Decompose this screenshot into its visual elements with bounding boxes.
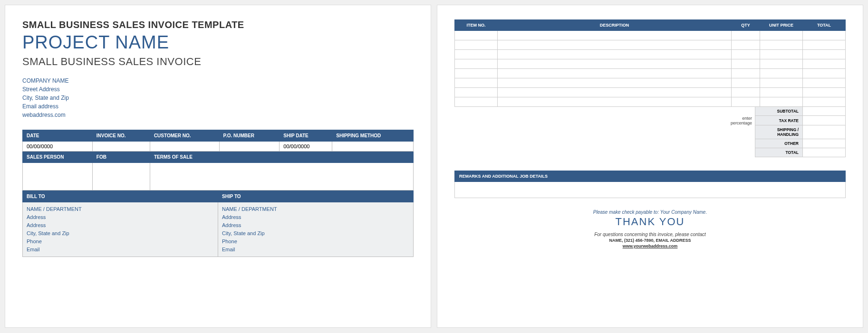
meta-v-customer[interactable] (150, 142, 219, 152)
item-cell[interactable] (732, 31, 760, 40)
footer-questions: For questions concerning this invoice, p… (454, 232, 846, 237)
remarks-body[interactable] (454, 182, 846, 198)
item-cell[interactable] (803, 88, 846, 97)
item-cell[interactable] (498, 78, 732, 88)
item-cell[interactable] (455, 78, 498, 88)
item-cell[interactable] (455, 88, 498, 97)
invoice-subtitle: SMALL BUSINESS SALES INVOICE (22, 56, 414, 68)
item-row (455, 40, 846, 50)
bill-name: NAME / DEPARTMENT (27, 205, 214, 213)
company-street: Street Address (22, 85, 414, 94)
item-cell[interactable] (760, 78, 803, 88)
item-cell[interactable] (732, 50, 760, 59)
item-cell[interactable] (455, 97, 498, 107)
item-cell[interactable] (803, 78, 846, 88)
summary-table: SUBTOTAL enter percentage TAX RATE SHIPP… (713, 106, 846, 157)
items-h-qty: QTY (732, 20, 760, 31)
item-row (455, 97, 846, 107)
item-cell[interactable] (803, 50, 846, 59)
item-cell[interactable] (732, 40, 760, 50)
item-cell[interactable] (498, 40, 732, 50)
sum-shipping-val[interactable] (803, 125, 846, 139)
item-cell[interactable] (455, 31, 498, 40)
bill-city: City, State and Zip (27, 229, 214, 238)
item-cell[interactable] (803, 40, 846, 50)
item-cell[interactable] (803, 69, 846, 78)
item-cell[interactable] (498, 69, 732, 78)
meta-v-terms[interactable] (150, 163, 413, 190)
meta-h-shipmethod: SHIPPING METHOD (332, 130, 414, 142)
meta-v-shipmethod[interactable] (332, 142, 414, 152)
ship-to-header: SHIP TO (218, 191, 414, 202)
item-cell[interactable] (455, 40, 498, 50)
company-city: City, State and Zip (22, 94, 414, 102)
item-cell[interactable] (760, 97, 803, 107)
sum-tax-val[interactable] (803, 116, 846, 125)
item-row (455, 88, 846, 97)
item-cell[interactable] (455, 59, 498, 69)
tax-note: enter percentage (713, 116, 755, 125)
meta-v-date[interactable]: 00/00/0000 (23, 142, 93, 152)
address-table: BILL TO SHIP TO NAME / DEPARTMENT Addres… (22, 190, 414, 257)
meta-h-terms: TERMS OF SALE (150, 152, 413, 163)
item-cell[interactable] (760, 31, 803, 40)
item-cell[interactable] (803, 59, 846, 69)
meta-table: DATE INVOICE NO. CUSTOMER NO. P.O. NUMBE… (22, 130, 414, 190)
sum-other-label: OTHER (755, 139, 803, 148)
meta-v-po[interactable] (219, 142, 280, 152)
sum-subtotal-val[interactable] (803, 107, 846, 116)
item-cell[interactable] (498, 88, 732, 97)
invoice-footer: Please make check payable to: Your Compa… (454, 209, 846, 248)
footer-contact: NAME, (321) 456-7890, EMAIL ADDRESS (454, 238, 846, 243)
sum-total-val[interactable] (803, 148, 846, 157)
company-email: Email address (22, 102, 414, 111)
item-cell[interactable] (455, 50, 498, 59)
item-row (455, 50, 846, 59)
item-row (455, 31, 846, 40)
item-cell[interactable] (732, 97, 760, 107)
sum-other-val[interactable] (803, 139, 846, 148)
item-cell[interactable] (760, 88, 803, 97)
item-cell[interactable] (732, 69, 760, 78)
item-cell[interactable] (803, 97, 846, 107)
item-cell[interactable] (498, 31, 732, 40)
meta-h-fob: FOB (92, 152, 150, 163)
meta-h-customer: CUSTOMER NO. (150, 130, 219, 142)
meta-h-sales: SALES PERSON (23, 152, 93, 163)
remarks-header: REMARKS AND ADDITIONAL JOB DETAILS (454, 171, 846, 182)
ship-addr1: Address (222, 213, 409, 221)
item-cell[interactable] (732, 88, 760, 97)
items-h-desc: DESCRIPTION (498, 20, 732, 31)
item-cell[interactable] (498, 50, 732, 59)
bill-addr2: Address (27, 221, 214, 229)
item-cell[interactable] (732, 78, 760, 88)
items-table: ITEM NO. DESCRIPTION QTY UNIT PRICE TOTA… (454, 19, 846, 107)
item-cell[interactable] (455, 69, 498, 78)
meta-v-invoice[interactable] (92, 142, 150, 152)
meta-v-shipdate[interactable]: 00/00/0000 (280, 142, 332, 152)
bill-email: Email (27, 246, 214, 254)
bill-phone: Phone (27, 238, 214, 246)
item-cell[interactable] (732, 59, 760, 69)
meta-v-fob[interactable] (92, 163, 150, 190)
item-cell[interactable] (803, 31, 846, 40)
item-cell[interactable] (498, 59, 732, 69)
item-cell[interactable] (760, 50, 803, 59)
item-cell[interactable] (498, 97, 732, 107)
ship-phone: Phone (222, 238, 409, 246)
items-h-item: ITEM NO. (455, 20, 498, 31)
bill-to-cell[interactable]: NAME / DEPARTMENT Address Address City, … (23, 202, 218, 257)
bill-to-header: BILL TO (23, 191, 218, 202)
item-cell[interactable] (760, 59, 803, 69)
meta-v-sales[interactable] (23, 163, 93, 190)
footer-web[interactable]: www.yourwebaddress.com (454, 244, 846, 248)
meta-h-shipdate: SHIP DATE (280, 130, 332, 142)
item-cell[interactable] (760, 69, 803, 78)
items-h-total: TOTAL (803, 20, 846, 31)
meta-h-po: P.O. NUMBER (219, 130, 280, 142)
item-cell[interactable] (760, 40, 803, 50)
ship-to-cell[interactable]: NAME / DEPARTMENT Address Address City, … (218, 202, 414, 257)
sum-shipping-label: SHIPPING / HANDLING (755, 125, 803, 139)
company-info: COMPANY NAME Street Address City, State … (22, 76, 414, 119)
sum-total-label: TOTAL (755, 148, 803, 157)
